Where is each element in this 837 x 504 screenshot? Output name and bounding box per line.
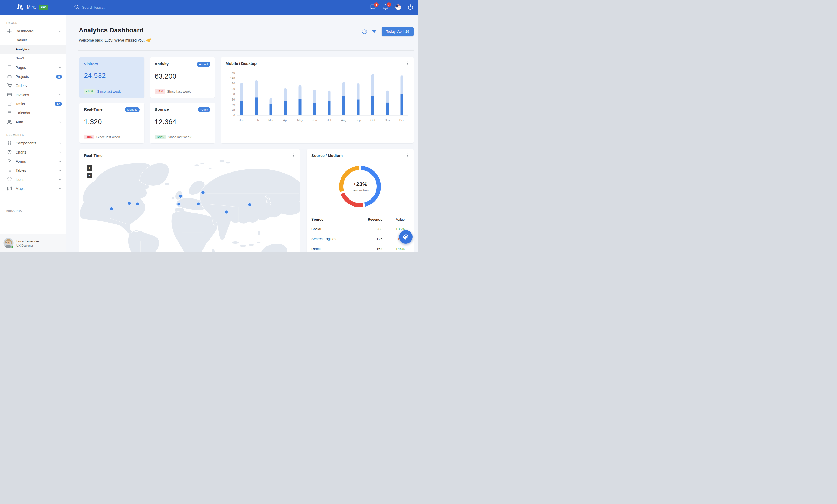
map-visitor-marker[interactable] [200,190,206,195]
sidebar-item-invoices[interactable]: Invoices [0,90,66,99]
period-chip[interactable]: Monthly [125,107,140,112]
pro-badge: PRO [39,5,48,10]
svg-text:Apr: Apr [283,118,288,122]
more-vertical-icon[interactable] [405,153,410,158]
sliders-icon [7,29,12,33]
sidebar-item-label: Charts [16,150,58,154]
sidebar-item-orders[interactable]: Orders [0,81,66,90]
sidebar-item-icons[interactable]: Icons [0,175,66,184]
map-visitor-marker[interactable] [178,194,183,199]
period-chip[interactable]: Yearly [198,107,210,112]
south-america [128,231,159,252]
realtime-map-card: Real-Time + − [79,149,300,252]
period-chip[interactable]: Annual [197,61,210,67]
pie-chart-icon [7,150,12,154]
sidebar-item-label: Components [16,141,58,145]
map-zoom-in-button[interactable]: + [87,165,92,171]
svg-text:Jun: Jun [312,118,317,122]
search-input[interactable] [82,5,150,10]
messages-button[interactable]: 3 [370,4,376,11]
svg-text:40: 40 [232,103,235,106]
svg-text:Aug: Aug [341,118,346,122]
sidebar-section-label-mira-pro: MIRA PRO [0,193,66,214]
stat-title: Activity [155,61,169,66]
filter-icon[interactable] [372,29,377,34]
map-zoom-out-button[interactable]: − [87,172,92,178]
activity-card: ActivityAnnual 63.200 -12%Since last wee… [150,57,215,98]
check-square-icon [7,101,12,106]
brand[interactable]: Mira PRO [0,3,66,12]
svg-text:Dec: Dec [399,118,405,122]
search-bar[interactable] [74,4,370,11]
notifications-button[interactable]: 7 [382,4,389,11]
notifications-count-badge: 7 [387,2,391,7]
sidebar-item-maps[interactable]: Maps [0,184,66,193]
world-map[interactable] [79,149,300,252]
sidebar-item-components[interactable]: Components [0,138,66,148]
sidebar-subitem-analytics[interactable]: Analytics [0,45,66,54]
source-medium-title: Source / Medium [311,153,343,158]
delta-badge: +27% [155,135,165,139]
map-visitor-marker[interactable] [135,201,140,206]
map-visitor-marker[interactable] [109,206,114,211]
stat-title: Real-Time [84,107,102,111]
sidebar-item-charts[interactable]: Charts [0,148,66,157]
map-visitor-marker[interactable] [224,209,229,214]
svalbard [194,165,199,167]
user-role: UX Designer [16,244,39,247]
refresh-icon[interactable] [362,29,367,34]
svg-text:Jul: Jul [327,118,331,122]
delta-badge: -18% [84,135,94,139]
source-medium-donut-chart[interactable] [311,161,409,212]
sidebar-item-label: Tables [16,168,58,172]
sidebar-item-tables[interactable]: Tables [0,166,66,175]
map-visitor-marker[interactable] [176,202,181,207]
sidebar-item-dashboard[interactable]: Dashboard [0,26,66,36]
map-visitor-marker[interactable] [196,201,201,206]
chevron-down-icon [58,66,62,69]
revenue-cell: 164 [359,247,382,251]
table-row-social: Social260+35% [307,224,413,234]
palette-icon [403,234,409,240]
language-flag-button[interactable] [395,4,401,11]
map-icon [7,186,12,191]
sidebar-item-label: Pages [16,66,58,70]
sidebar-subitem-default[interactable]: Default [0,36,66,45]
map-visitor-marker[interactable] [127,201,132,206]
sidebar-count-badge: 17 [55,102,62,106]
svg-text:Jan: Jan [239,118,244,122]
logout-button[interactable] [408,4,414,11]
users-icon [7,120,12,124]
sidebar-item-label: Maps [16,187,58,191]
wave-emoji [146,37,151,43]
svg-text:May: May [297,118,303,122]
sidebar-item-calendar[interactable]: Calendar [0,108,66,117]
svg-text:160: 160 [230,71,235,74]
source-medium-table: Source Revenue Value Social260+35%Search… [307,214,413,252]
sidebar-section-label-pages: PAGES [0,15,66,26]
sidebar-item-label: Projects [16,75,56,79]
sidebar-item-forms[interactable]: Forms [0,157,66,166]
visitors-card: Visitors 24.532 +14%Since last week [79,57,144,98]
sidebar-item-label: Icons [16,178,58,182]
map-title: Real-Time [84,153,102,158]
ireland [171,197,175,199]
theme-settings-button[interactable] [399,230,412,244]
sidebar-user[interactable]: Lucy Lavender UX Designer [0,234,66,252]
stacked-bar-chart[interactable]: 020406080100120140160JanFebMarAprMayJunJ… [226,70,409,137]
sidebar-item-projects[interactable]: Projects8 [0,72,66,81]
today-button[interactable]: Today: April 29 [381,27,413,36]
chevron-down-icon [58,150,62,154]
chevron-down-icon [58,160,62,163]
sidebar-item-label: Forms [16,159,58,163]
svg-text:120: 120 [230,82,235,85]
more-vertical-icon[interactable] [405,61,410,66]
sidebar-item-tasks[interactable]: Tasks17 [0,99,66,108]
sidebar-item-pages[interactable]: Pages [0,63,66,72]
sidebar-item-auth[interactable]: Auth [0,117,66,127]
svg-text:100: 100 [230,87,235,90]
sidebar-item-label: Orders [16,83,62,88]
value-cell: +46% [382,247,405,251]
map-visitor-marker[interactable] [247,202,252,207]
sidebar-subitem-saas[interactable]: SaaS [0,54,66,63]
